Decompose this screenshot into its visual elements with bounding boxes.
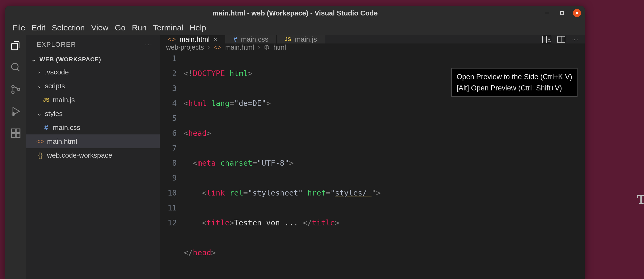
chevron-right-icon: › xyxy=(36,69,42,75)
tab-mainhtml[interactable]: <> main.html × xyxy=(160,35,225,43)
sidebar-more-icon[interactable]: ··· xyxy=(145,41,153,48)
tree-file-maincss[interactable]: # main.css xyxy=(26,121,160,134)
svg-point-7 xyxy=(12,91,14,93)
menu-terminal[interactable]: Terminal xyxy=(153,23,183,32)
svg-rect-14 xyxy=(11,134,15,137)
open-preview-icon[interactable] xyxy=(542,36,551,43)
chevron-down-icon: ⌄ xyxy=(31,56,37,63)
svg-point-8 xyxy=(17,88,20,90)
chevron-right-icon: › xyxy=(258,43,260,51)
menu-edit[interactable]: Edit xyxy=(32,23,45,32)
more-actions-icon[interactable]: ··· xyxy=(571,36,579,43)
menu-help[interactable]: Help xyxy=(190,23,206,32)
braces-icon: {} xyxy=(36,151,44,160)
menu-file[interactable]: File xyxy=(12,23,25,32)
svg-point-19 xyxy=(548,39,550,41)
tree-file-mainhtml[interactable]: <> main.html xyxy=(26,134,160,148)
symbol-icon xyxy=(264,45,270,50)
js-icon: JS xyxy=(42,97,50,103)
tab-mainjs[interactable]: JS main.js xyxy=(277,35,325,43)
tree-file-workspace[interactable]: {} web.code-workspace xyxy=(26,148,160,162)
code-icon: <> xyxy=(168,35,176,43)
chevron-down-icon: ⌄ xyxy=(36,110,42,117)
menu-view[interactable]: View xyxy=(91,23,108,32)
run-debug-icon[interactable] xyxy=(10,105,22,117)
file-tree: › .vscode ⌄ scripts JS main.js ⌄ styles … xyxy=(26,65,160,162)
explorer-icon[interactable] xyxy=(10,39,22,52)
tree-folder-vscode[interactable]: › .vscode xyxy=(26,65,160,79)
decorative-glyph: T xyxy=(637,192,644,207)
svg-rect-15 xyxy=(16,134,20,137)
sidebar-title: EXPLORER xyxy=(37,41,76,48)
tab-maincss[interactable]: # main.css xyxy=(225,35,277,43)
close-icon[interactable]: × xyxy=(213,36,217,43)
extensions-icon[interactable] xyxy=(10,127,22,139)
close-button[interactable] xyxy=(573,9,581,17)
explorer-sidebar: EXPLORER ··· ⌄ WEB (WORKSPACE) › .vscode… xyxy=(26,35,160,279)
svg-point-4 xyxy=(11,63,18,70)
minimize-button[interactable] xyxy=(543,9,551,17)
chevron-down-icon: ⌄ xyxy=(36,83,42,89)
tree-folder-scripts[interactable]: ⌄ scripts xyxy=(26,79,160,93)
code-icon: <> xyxy=(214,43,221,51)
svg-line-20 xyxy=(550,41,551,42)
code-icon: <> xyxy=(36,137,44,146)
tabbar: <> main.html × # main.css JS main.js xyxy=(160,35,585,43)
menu-go[interactable]: Go xyxy=(115,23,125,32)
svg-rect-16 xyxy=(16,129,20,133)
tree-folder-styles[interactable]: ⌄ styles xyxy=(26,107,160,121)
hash-icon: # xyxy=(42,123,50,132)
sidebar-section[interactable]: ⌄ WEB (WORKSPACE) xyxy=(26,54,160,65)
hash-icon: # xyxy=(233,35,237,43)
titlebar: main.html - web (Workspace) - Visual Stu… xyxy=(5,6,585,20)
source-control-icon[interactable] xyxy=(10,83,22,95)
js-icon: JS xyxy=(285,36,291,42)
window-title: main.html - web (Workspace) - Visual Stu… xyxy=(213,9,378,17)
vscode-window: main.html - web (Workspace) - Visual Stu… xyxy=(5,6,585,279)
svg-point-6 xyxy=(12,85,14,88)
menu-run[interactable]: Run xyxy=(132,23,147,32)
line-gutter: 1 2 3 4 5 6 7 8 9 10 11 12 xyxy=(160,51,184,279)
svg-rect-1 xyxy=(560,11,564,15)
maximize-button[interactable] xyxy=(558,9,566,17)
tree-file-mainjs[interactable]: JS main.js xyxy=(26,93,160,107)
svg-line-5 xyxy=(17,69,19,71)
breadcrumb[interactable]: web-projects › <> main.html › html xyxy=(160,43,585,51)
chevron-right-icon: › xyxy=(208,43,210,51)
menu-selection[interactable]: Selection xyxy=(52,23,85,32)
activitybar xyxy=(5,35,26,279)
split-editor-icon[interactable] xyxy=(557,36,565,43)
preview-tooltip: Open Preview to the Side (Ctrl+K V) [Alt… xyxy=(451,68,578,97)
search-icon[interactable] xyxy=(10,61,22,74)
menubar: File Edit Selection View Go Run Terminal… xyxy=(5,20,585,35)
svg-rect-13 xyxy=(11,129,15,133)
